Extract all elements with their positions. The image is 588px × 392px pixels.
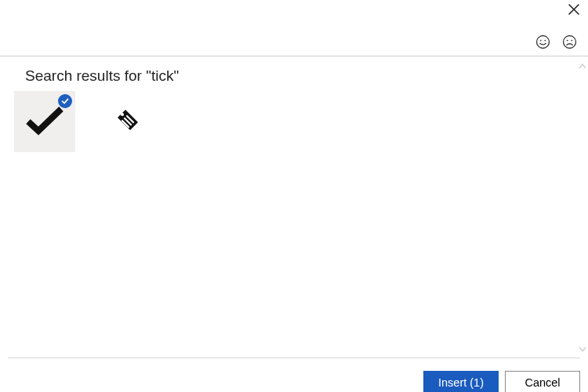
feedback-happy-button[interactable] (535, 35, 550, 51)
svg-point-2 (544, 39, 546, 41)
frown-face-icon (562, 34, 577, 53)
checkmark-icon (25, 104, 64, 139)
close-button[interactable] (566, 3, 582, 19)
svg-point-6 (121, 113, 124, 116)
scroll-up-hint (579, 61, 586, 72)
selected-badge (58, 94, 72, 108)
svg-point-0 (536, 35, 549, 48)
svg-point-4 (566, 39, 568, 41)
feedback-row (535, 35, 577, 51)
svg-point-5 (571, 39, 572, 41)
price-tag-icon (114, 107, 141, 136)
dialog-footer: Insert (1) Cancel (0, 358, 588, 392)
svg-point-1 (539, 39, 541, 41)
smile-face-icon (535, 34, 550, 53)
feedback-sad-button[interactable] (561, 35, 577, 51)
close-icon (568, 4, 579, 18)
footer-separator (8, 358, 580, 358)
check-icon (61, 94, 69, 108)
dialog-topbar (0, 0, 588, 56)
result-tile-checkmark[interactable] (14, 91, 75, 152)
cancel-button[interactable]: Cancel (505, 371, 580, 392)
svg-point-3 (563, 35, 575, 48)
dialog-content: Search results for "tick" (0, 56, 588, 358)
results-heading: Search results for "tick" (25, 67, 574, 85)
results-grid (14, 91, 574, 152)
insert-button[interactable]: Insert (1) (423, 371, 499, 392)
result-tile-price-tag[interactable] (97, 91, 158, 152)
icon-picker-dialog: Search results for "tick" (0, 0, 588, 392)
scroll-down-hint (579, 343, 586, 354)
